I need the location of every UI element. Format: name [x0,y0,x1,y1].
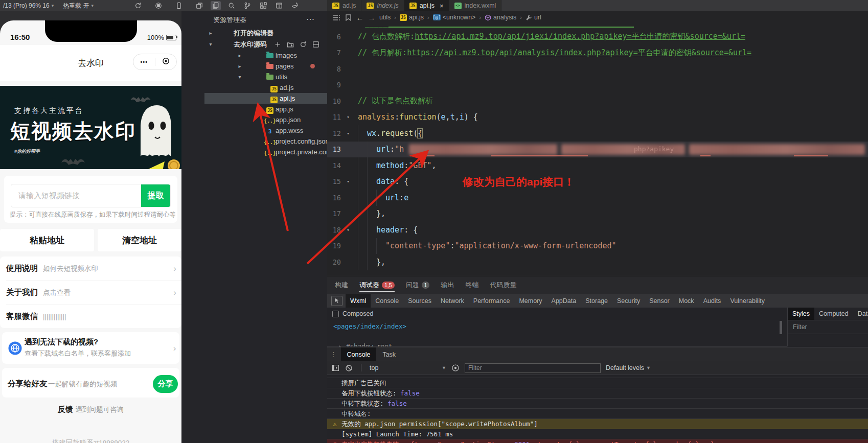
tab-ad.js[interactable]: JSad.js [327,0,361,11]
tab-index.wxml[interactable]: <>index.wxml [449,0,502,11]
code-line-9[interactable]: 9 [327,77,868,94]
clear-address-button[interactable]: 清空地址 [98,229,181,251]
console-message[interactable]: 中转下载状态: false [327,399,868,409]
windows-icon[interactable] [195,2,203,10]
tree-item-project.private.config.js...[interactable]: {..}project.private.config.js... [204,147,327,157]
devtools-tab-sources[interactable]: Sources [403,294,436,308]
wxml-scrollbar[interactable] [780,321,782,334]
devtools-tab-appdata[interactable]: AppData [547,294,581,308]
tab-api.js[interactable]: JSapi.js× [404,0,449,11]
tab-index.js[interactable]: JSindex.js [361,0,404,11]
new-file-icon[interactable] [273,40,282,49]
tree-item-pages[interactable]: ▸pages [204,61,327,72]
paste-address-button[interactable]: 粘贴地址 [0,229,94,251]
breadcrumb-item-5[interactable]: url [526,14,541,21]
context-selector[interactable]: top ▼ [370,364,446,371]
tree-item-app.wxss[interactable]: 3app.wxss [204,125,327,136]
phone-icon[interactable] [175,2,183,10]
code-line-12[interactable]: 12▾wx.request({ [327,125,868,142]
panel-tab-代码质量[interactable]: 代码质量 [490,276,516,294]
console-message[interactable]: ⚠无效的 app.json permission["scope.writePho… [327,419,868,429]
code-line-19[interactable]: 19"content-type": "application/x-www-for… [327,238,868,254]
kebab-menu-icon[interactable]: ⋮ [330,351,337,358]
code-line-10[interactable]: 10// 以下是包点数解析 [327,93,868,109]
composed-checkbox[interactable] [332,311,339,317]
tree-item-app.js[interactable]: JSapp.js [204,104,327,114]
fold-chevron-icon[interactable]: ▾ [345,179,352,184]
devtools-tab-performance[interactable]: Performance [469,294,515,308]
wxml-shadow-root[interactable]: ▸ #shadow-root [338,342,392,347]
capsule-target-icon[interactable] [155,57,177,67]
feedback-row[interactable]: 反馈 遇到问题可咨询 [0,405,181,414]
panel-tab-输出[interactable]: 输出 [441,276,454,294]
devtools-tab-mock[interactable]: Mock [674,294,699,308]
code-line-15[interactable]: 15▾data: { [327,174,868,190]
code-line-13[interactable]: 13url: "hphp?apikey [327,142,868,158]
capsule-menu[interactable]: ••• [133,54,177,70]
refresh-icon[interactable] [299,40,307,49]
console-messages[interactable]: 插屏广告已关闭备用下载按钮状态: false中转下载状态: false中转域名:… [327,375,868,443]
devtools-tab-sensor[interactable]: Sensor [645,294,674,308]
devtools-tab-console[interactable]: Console [371,294,403,308]
styles-tab-styles[interactable]: Styles [788,308,814,320]
fold-chevron-icon[interactable]: ▾ [345,114,352,120]
tree-item-utils[interactable]: ▾utils [204,72,327,82]
reload-icon[interactable] [134,2,142,10]
panel-tab-终端[interactable]: 终端 [465,276,478,294]
code-line-17[interactable]: 17}, [327,206,868,222]
menu-item-3[interactable]: 客服微信||||||||||||| [6,305,176,329]
code-line-18[interactable]: 18▾header: { [327,222,868,238]
tree-item-ad.js[interactable]: JSad.js [204,82,327,93]
code-area[interactable]: 6// 包点数解析: https://api.mz9.top/api/jiexi… [327,29,868,270]
code-line-8[interactable]: 8 [327,61,868,77]
devtools-tab-audits[interactable]: Audits [699,294,726,308]
console-tab-console[interactable]: Console [341,347,377,361]
devtools-tab-vulnerability[interactable]: Vulnerability [725,294,769,308]
record-icon[interactable] [154,2,163,10]
eye-icon[interactable] [451,364,460,372]
devtools-tab-wxml[interactable]: Wxml [346,294,371,308]
explorer-section-2[interactable]: ▾去水印源码 [204,39,327,50]
help-card[interactable]: 遇到无法下载的视频? 查看下载域名白名单，联系客服添加 › [2,332,179,364]
fold-chevron-icon[interactable]: ▾ [345,227,352,232]
sidebar-toggle-icon[interactable] [331,364,339,372]
collapse-icon[interactable] [312,40,320,49]
tree-item-images[interactable]: ▸images [204,50,327,61]
close-icon[interactable]: × [440,2,444,10]
code-line-16[interactable]: 16url: e [327,190,868,206]
breadcrumb-item-4[interactable]: analysis [485,14,516,21]
code-line-14[interactable]: 14method: "GET", [327,157,868,174]
devtools-tab-memory[interactable]: Memory [514,294,546,308]
tree-item-project.config.json[interactable]: {..}project.config.json [204,136,327,147]
devtools-tab-network[interactable]: Network [436,294,469,308]
code-line-6[interactable]: 6// 包点数解析: https://api.mz9.top/api/jiexi… [327,29,868,45]
fold-chevron-icon[interactable]: ▾ [345,131,352,136]
console-message[interactable]: 中转域名: [327,409,868,419]
devtools-tab-storage[interactable]: Storage [581,294,612,308]
ellipsis-icon[interactable]: ⋯ [306,14,315,24]
devtools-tab-security[interactable]: Security [612,294,645,308]
forward-icon[interactable]: → [368,13,376,21]
code-line-11[interactable]: 11▾analysis: function (e, t, i) { [327,109,868,126]
device-selector[interactable]: /13 (Pro) 96% 16 ▾ [3,2,54,9]
extract-button[interactable]: 提取 [141,184,170,207]
panel-tab-调试器[interactable]: 调试器1,5 [359,276,395,294]
breadcrumb[interactable]: ←→utils›JSapi.js›[@]<unknown>›analysis›u… [327,11,868,24]
share-button[interactable]: 分享 [153,375,178,393]
tree-item-app.json[interactable]: {..}app.json [204,114,327,125]
wxml-tree[interactable]: <pages/index/index> ▸ #shadow-root [327,320,787,347]
hot-reload-toggle[interactable]: 热重载 开 ▾ [63,2,94,10]
new-folder-icon[interactable] [286,40,294,49]
wxml-root-node[interactable]: <pages/index/index> [333,322,406,330]
code-line-20[interactable]: 20}, [327,254,868,270]
breadcrumb-item-2[interactable]: JSapi.js [400,14,424,21]
menu-item-1[interactable]: 使用说明如何去短视频水印› [6,257,176,281]
console-message[interactable]: [system] Launch Time: 7561 ms [327,429,868,439]
layout-icon[interactable] [274,1,284,10]
bookmark-icon[interactable] [344,13,352,21]
outline-icon[interactable] [332,13,340,21]
menu-item-2[interactable]: 关于我们点击查看› [6,281,176,305]
panel-tab-构建[interactable]: 构建 [335,276,348,294]
files-icon[interactable] [211,1,221,10]
console-tab-task[interactable]: Task [376,347,402,361]
